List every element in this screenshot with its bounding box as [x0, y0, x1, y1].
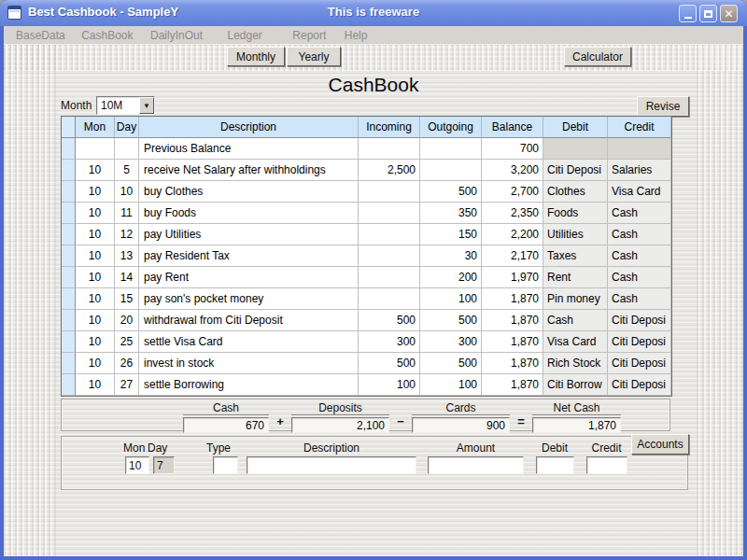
cell-outgoing[interactable]: 500	[420, 353, 482, 374]
cell-incoming[interactable]: 2,500	[359, 160, 420, 181]
cell-balance[interactable]: 1,870	[482, 288, 543, 310]
row-selector[interactable]	[62, 310, 76, 331]
cell-balance[interactable]: 1,970	[482, 267, 543, 288]
cell-incoming[interactable]	[359, 224, 420, 245]
cell-mon[interactable]: 10	[76, 224, 115, 245]
cell-incoming[interactable]: 300	[359, 331, 420, 353]
cell-balance[interactable]: 3,200	[482, 160, 543, 181]
row-selector[interactable]	[62, 245, 76, 267]
cell-mon[interactable]: 10	[76, 267, 115, 288]
cell-mon[interactable]: 10	[76, 310, 115, 331]
cell-balance[interactable]: 1,870	[482, 374, 543, 396]
cell-description[interactable]: receive Net Salary after withholdings	[139, 160, 359, 181]
row-selector[interactable]	[62, 267, 76, 288]
amount-input[interactable]	[428, 456, 524, 474]
cell-debit[interactable]: Taxes	[543, 245, 608, 267]
credit-input[interactable]	[586, 456, 627, 474]
cell-credit[interactable]: Cash	[608, 203, 671, 224]
cell-debit[interactable]	[543, 138, 608, 160]
revise-button[interactable]: Revise	[637, 96, 689, 117]
cell-credit[interactable]: Visa Card	[608, 181, 671, 203]
type-input[interactable]	[213, 456, 238, 474]
cell-mon[interactable]: 10	[76, 245, 115, 267]
minimize-button[interactable]	[679, 5, 697, 22]
cell-credit[interactable]	[608, 138, 671, 160]
cell-day[interactable]: 14	[115, 267, 139, 288]
cell-incoming[interactable]	[359, 288, 420, 310]
monthly-button[interactable]: Monthly	[227, 47, 285, 66]
cell-balance[interactable]: 2,170	[482, 245, 543, 267]
cell-credit[interactable]: Citi Deposi	[608, 331, 671, 353]
cell-credit[interactable]: Cash	[608, 245, 671, 267]
cell-outgoing[interactable]	[420, 138, 482, 160]
cell-outgoing[interactable]: 300	[420, 331, 482, 353]
cell-incoming[interactable]	[359, 138, 420, 160]
menu-cashbook[interactable]: CashBook	[81, 29, 133, 42]
cell-outgoing[interactable]: 30	[420, 245, 482, 267]
day-input[interactable]	[153, 456, 175, 474]
cell-balance[interactable]: 2,200	[482, 224, 543, 245]
cell-day[interactable]: 27	[115, 374, 139, 396]
cell-mon[interactable]	[76, 138, 115, 160]
cell-credit[interactable]: Citi Deposi	[608, 310, 671, 331]
cell-outgoing[interactable]: 100	[420, 288, 482, 310]
cell-description[interactable]: pay son's pocket money	[139, 288, 359, 310]
cell-balance[interactable]: 2,700	[482, 181, 543, 203]
cell-description[interactable]: pay Utilities	[139, 224, 359, 245]
cell-day[interactable]: 12	[115, 224, 139, 245]
cell-day[interactable]: 20	[115, 310, 139, 331]
cell-day[interactable]: 25	[115, 331, 139, 353]
calculator-button[interactable]: Calculator	[564, 47, 631, 66]
cell-day[interactable]: 5	[115, 160, 139, 181]
cell-incoming[interactable]	[359, 181, 420, 203]
menu-dailyinout[interactable]: DailyInOut	[150, 29, 203, 42]
cell-mon[interactable]: 10	[76, 288, 115, 310]
cell-balance[interactable]: 1,870	[482, 331, 543, 353]
row-selector[interactable]	[62, 331, 76, 353]
cell-description[interactable]: settle Borrowing	[139, 374, 359, 396]
mon-input[interactable]	[125, 456, 149, 474]
cell-debit[interactable]: Rich Stock	[543, 353, 608, 374]
row-selector[interactable]	[62, 288, 76, 310]
cell-debit[interactable]: Cash	[543, 310, 608, 331]
cell-mon[interactable]: 10	[76, 331, 115, 353]
cell-debit[interactable]: Citi Deposi	[543, 160, 608, 181]
cell-debit[interactable]: Pin money	[543, 288, 608, 310]
cell-day[interactable]	[115, 138, 139, 160]
cell-balance[interactable]: 700	[482, 138, 543, 160]
cell-outgoing[interactable]: 200	[420, 267, 482, 288]
cell-mon[interactable]: 10	[76, 160, 115, 181]
row-selector[interactable]	[62, 224, 76, 245]
cell-description[interactable]: Previous Balance	[139, 138, 359, 160]
cell-incoming[interactable]: 500	[359, 353, 420, 374]
cell-credit[interactable]: Cash	[608, 267, 671, 288]
cell-day[interactable]: 10	[115, 181, 139, 203]
cell-balance[interactable]: 1,870	[482, 310, 543, 331]
cell-outgoing[interactable]	[420, 160, 482, 181]
cell-incoming[interactable]: 100	[359, 374, 420, 396]
cell-description[interactable]: withdrawal from Citi Deposit	[139, 310, 359, 331]
chevron-down-icon[interactable]: ▼	[139, 97, 154, 114]
row-selector[interactable]	[62, 203, 76, 224]
cell-credit[interactable]: Salaries	[608, 160, 671, 181]
cell-incoming[interactable]	[359, 267, 420, 288]
row-selector[interactable]	[62, 138, 76, 160]
menu-help[interactable]: Help	[345, 29, 368, 42]
cell-incoming[interactable]	[359, 203, 420, 224]
cell-debit[interactable]: Foods	[543, 203, 608, 224]
cell-description[interactable]: buy Foods	[139, 203, 359, 224]
row-selector[interactable]	[62, 353, 76, 374]
cell-day[interactable]: 13	[115, 245, 139, 267]
cell-description[interactable]: pay Resident Tax	[139, 245, 359, 267]
cell-debit[interactable]: Clothes	[543, 181, 608, 203]
cell-day[interactable]: 11	[115, 203, 139, 224]
cell-balance[interactable]: 1,870	[482, 353, 543, 374]
cell-outgoing[interactable]: 350	[420, 203, 482, 224]
cell-credit[interactable]: Citi Deposi	[608, 374, 671, 396]
cell-debit[interactable]: Visa Card	[543, 331, 608, 353]
cell-mon[interactable]: 10	[76, 203, 115, 224]
menu-report[interactable]: Report	[292, 29, 326, 42]
maximize-button[interactable]	[699, 5, 717, 22]
close-button[interactable]: ✕	[720, 5, 738, 22]
cell-mon[interactable]: 10	[76, 374, 115, 396]
